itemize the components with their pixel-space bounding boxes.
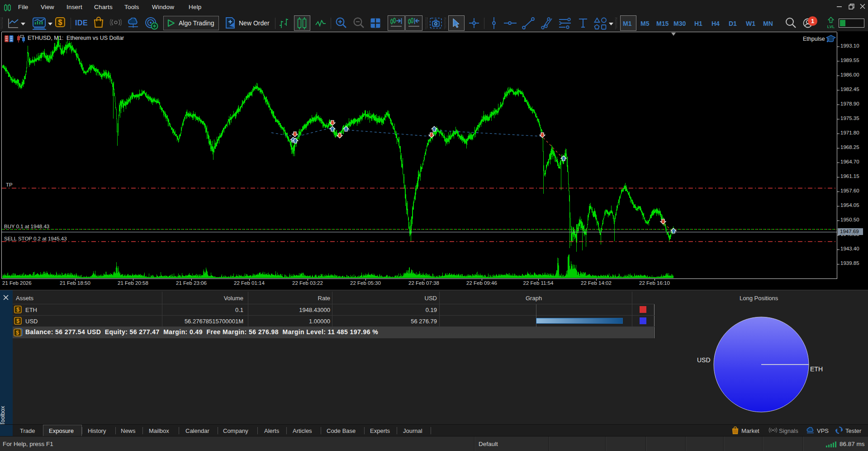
svg-text:$: $ (16, 318, 19, 324)
svg-text:$: $ (58, 19, 62, 26)
svg-text:$: $ (16, 307, 19, 313)
svg-text:LVL: LVL (827, 24, 835, 29)
svg-text:$: $ (16, 330, 19, 336)
